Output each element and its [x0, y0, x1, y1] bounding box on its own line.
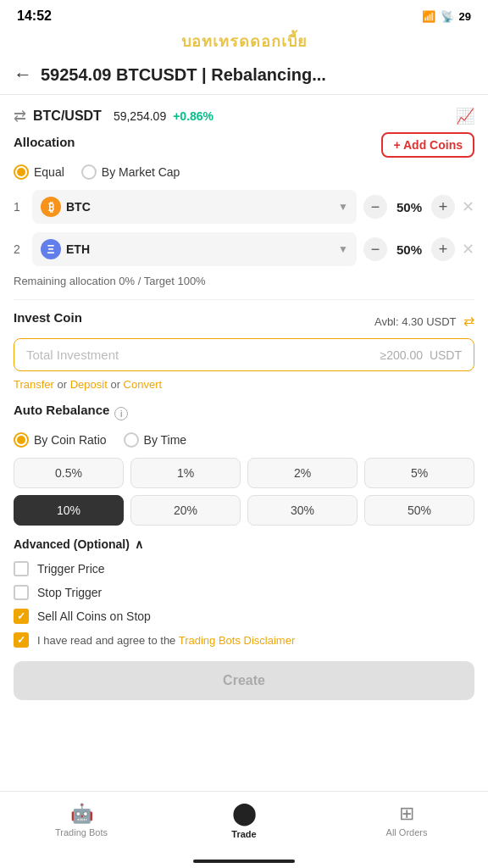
ratio-btn-2[interactable]: 2% [247, 458, 358, 488]
checkbox-sell-all-coins: Sell All Coins on Stop [14, 609, 474, 624]
btc-increase-btn[interactable]: + [431, 195, 455, 219]
ratio-btn-7[interactable]: 50% [364, 495, 474, 526]
ratio-btn-4[interactable]: 10% [14, 495, 124, 526]
wifi-icon: 📡 [441, 10, 454, 23]
signal-icon: 📶 [422, 10, 435, 23]
coin-row-2: 2 Ξ ETH ▼ − 50% + ✕ [14, 232, 474, 266]
deposit-link[interactable]: Deposit [70, 378, 108, 391]
invest-coin-label: Invest Coin [14, 310, 82, 325]
eth-name: ETH [66, 242, 333, 256]
sell-all-coins-label: Sell All Coins on Stop [37, 609, 151, 623]
equal-radio[interactable] [14, 164, 29, 180]
allocation-label: Allocation [14, 135, 75, 149]
home-indicator [0, 856, 488, 868]
create-button[interactable]: Create [14, 661, 474, 700]
sell-all-coins-checkbox[interactable] [14, 609, 29, 624]
by-coin-radio[interactable] [14, 432, 29, 448]
stop-trigger-checkbox[interactable] [14, 585, 29, 600]
marketcap-radio[interactable] [81, 164, 97, 180]
nav-all-orders[interactable]: ⊞ All Orders [325, 803, 488, 837]
eth-chevron: ▼ [338, 243, 348, 255]
invest-currency: USDT [430, 348, 462, 362]
btc-decrease-btn[interactable]: − [363, 195, 387, 219]
pair-info: ⇄ BTC/USDT 59,254.09 +0.86% [14, 107, 214, 125]
transfer-links: Transfer or Deposit or Convert [14, 378, 474, 391]
convert-link[interactable]: Convert [124, 378, 163, 391]
ratio-grid: 0.5% 1% 2% 5% 10% 20% 30% 50% [14, 458, 474, 526]
coin-select-btc[interactable]: ₿ BTC ▼ [32, 190, 357, 224]
rebalance-by-coin[interactable]: By Coin Ratio [14, 432, 107, 448]
disclaimer-row: I have read and agree to the Trading Bot… [14, 632, 474, 648]
avbl-text: Avbl: 4.30 USDT [374, 315, 457, 328]
btc-percent: 50% [394, 200, 424, 214]
coin-select-eth[interactable]: Ξ ETH ▼ [32, 232, 357, 266]
disclaimer-checkbox[interactable] [14, 632, 29, 648]
btc-icon: ₿ [41, 197, 61, 217]
ratio-btn-5[interactable]: 20% [130, 495, 241, 526]
btc-remove-btn[interactable]: ✕ [462, 198, 474, 216]
eth-percent: 50% [394, 242, 424, 257]
ratio-btn-0[interactable]: 0.5% [14, 458, 124, 488]
back-button[interactable]: ← [14, 64, 32, 86]
header: ← 59254.09 BTCUSDT | Rebalancing... [0, 57, 488, 95]
swap-icon[interactable]: ⇄ [463, 314, 474, 328]
status-icons: 📶 📡 29 [422, 10, 471, 23]
transfer-link[interactable]: Transfer [14, 378, 54, 391]
status-bar: 14:52 📶 📡 29 [0, 0, 488, 27]
coin-row-1: 1 ₿ BTC ▼ − 50% + ✕ [14, 190, 474, 224]
auto-rebalance-label: Auto Rebalance [14, 403, 109, 417]
or-2: or [110, 378, 123, 391]
avbl-info: Avbl: 4.30 USDT ⇄ [374, 313, 474, 329]
rebalance-by-time[interactable]: By Time [124, 432, 187, 448]
allocation-option-marketcap[interactable]: By Market Cap [81, 164, 180, 180]
by-time-label: By Time [144, 433, 187, 447]
trigger-price-checkbox[interactable] [14, 561, 29, 576]
coin-num-1: 1 [14, 200, 25, 214]
disclaimer-text: I have read and agree to the Trading Bot… [37, 634, 295, 647]
disclaimer-prefix: I have read and agree to the [37, 634, 179, 647]
auto-rebalance-header: Auto Rebalance i [14, 403, 474, 424]
marketcap-label: By Market Cap [102, 165, 180, 179]
btc-chevron: ▼ [338, 201, 348, 213]
advanced-label: Advanced (Optional) [14, 537, 130, 551]
trade-label: Trade [231, 829, 256, 839]
eth-decrease-btn[interactable]: − [363, 237, 387, 261]
invest-header: Invest Coin Avbl: 4.30 USDT ⇄ [14, 310, 474, 331]
invest-input-wrap[interactable]: Total Investment ≥200.00 USDT [14, 338, 474, 371]
ratio-btn-6[interactable]: 30% [247, 495, 358, 526]
all-orders-icon: ⊞ [399, 803, 414, 825]
home-bar [193, 860, 295, 863]
battery-icon: 29 [459, 10, 471, 23]
add-coins-button[interactable]: + Add Coins [381, 132, 474, 158]
advanced-toggle[interactable]: Advanced (Optional) ∧ [14, 537, 474, 551]
eth-remove-btn[interactable]: ✕ [462, 240, 474, 259]
chart-icon[interactable]: 📈 [456, 107, 474, 125]
allocation-option-equal[interactable]: Equal [14, 164, 64, 180]
nav-trade[interactable]: ⬤ Trade [163, 800, 325, 839]
ratio-btn-3[interactable]: 5% [364, 458, 474, 488]
invest-suffix: ≥200.00 USDT [380, 348, 462, 362]
nav-trading-bots[interactable]: 🤖 Trading Bots [0, 803, 163, 837]
coin-num-2: 2 [14, 242, 25, 256]
info-icon[interactable]: i [114, 407, 128, 420]
trading-bots-label: Trading Bots [55, 827, 108, 837]
disclaimer-link[interactable]: Trading Bots Disclaimer [179, 634, 296, 647]
phone-container: 14:52 📶 📡 29 บอทเทรดดอกเบี้ย ← 59254.09 … [0, 0, 488, 868]
page-title: 59254.09 BTCUSDT | Rebalancing... [41, 65, 326, 85]
pair-name: BTC/USDT [33, 108, 102, 124]
bottom-nav: 🤖 Trading Bots ⬤ Trade ⊞ All Orders [0, 791, 488, 856]
trading-bots-icon: 🤖 [70, 803, 93, 825]
allocation-radio-group: Equal By Market Cap [14, 164, 474, 180]
pair-change: +0.86% [173, 109, 214, 123]
btc-name: BTC [66, 200, 333, 214]
ratio-btn-1[interactable]: 1% [130, 458, 241, 488]
eth-increase-btn[interactable]: + [431, 237, 455, 261]
invest-placeholder: Total Investment [26, 348, 119, 362]
by-time-radio[interactable] [124, 432, 139, 448]
by-coin-label: By Coin Ratio [34, 433, 107, 447]
trigger-price-label: Trigger Price [37, 562, 105, 576]
eth-icon: Ξ [41, 239, 61, 259]
watermark: บอทเทรดดอกเบี้ย [0, 27, 488, 57]
checkbox-trigger-price: Trigger Price [14, 561, 474, 576]
equal-label: Equal [34, 165, 64, 179]
